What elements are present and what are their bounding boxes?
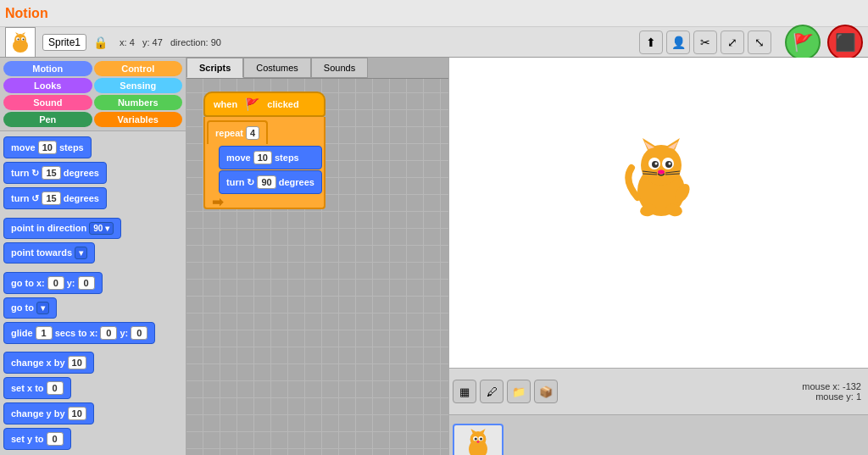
cat-looks[interactable]: Looks	[3, 78, 92, 93]
nav-bar: Notion	[0, 0, 868, 27]
cat-pen[interactable]: Pen	[3, 112, 92, 127]
cat-sound[interactable]: Sound	[3, 95, 92, 110]
person-tool[interactable]: 👤	[666, 31, 690, 54]
cat-variables[interactable]: Variables	[94, 112, 183, 127]
sprite-thumbnail	[5, 27, 36, 58]
scratch-brand: Notion	[5, 6, 48, 21]
svg-point-9	[641, 145, 682, 186]
svg-point-19	[669, 163, 671, 165]
block-turn-cw[interactable]: turn ↻ 15 degrees	[3, 162, 107, 184]
category-grid: Motion Control Looks Sensing Sound Numbe…	[0, 58, 186, 131]
cat-numbers[interactable]: Numbers	[94, 95, 183, 110]
sprite-coords: x: 4 y: 47 direction: 90	[120, 37, 221, 47]
cat-control[interactable]: Control	[94, 61, 183, 76]
editor-tabs: Scripts Costumes Sounds	[186, 58, 448, 79]
svg-point-29	[470, 431, 487, 447]
svg-point-34	[475, 437, 477, 440]
stage-toolbar: ▦ 🖊 📁 📦	[453, 380, 558, 403]
block-goto-xy[interactable]: go to x: 0 y: 0	[3, 272, 103, 294]
lock-icon: 🔒	[93, 36, 108, 49]
stage-panel: ▦ 🖊 📁 📦 mouse x: -132 mouse y: 1	[449, 58, 868, 455]
cat-motion[interactable]: Motion	[3, 61, 92, 76]
blocks-panel: Motion Control Looks Sensing Sound Numbe…	[0, 58, 186, 455]
block-move-steps[interactable]: move 10 steps	[3, 136, 92, 158]
svg-point-35	[480, 437, 482, 440]
svg-point-36	[476, 441, 479, 442]
mouse-x: mouse x: -132	[802, 381, 861, 391]
block-glide[interactable]: glide 1 secs to x: 0 y: 0	[3, 322, 155, 344]
stage	[449, 58, 868, 368]
script-turn-block[interactable]: turn ↻ 90 degrees	[219, 170, 322, 194]
block-point-direction[interactable]: point in direction 90 ▾	[3, 218, 121, 239]
expand-tool[interactable]: ⤢	[721, 31, 744, 54]
mouse-coords: mouse x: -132 mouse y: 1	[802, 381, 865, 402]
script-event-block[interactable]: when 🚩 clicked	[203, 92, 326, 117]
top-bar: Sprite1 🔒 x: 4 y: 47 direction: 90 ⬆ 👤 ✂…	[0, 27, 868, 58]
stage-paint-btn[interactable]: 🖊	[480, 380, 504, 403]
script-group: when 🚩 clicked repeat 4 move 10 steps	[203, 92, 326, 209]
script-repeat-block[interactable]: repeat 4	[207, 120, 268, 144]
block-set-x[interactable]: set x to 0	[3, 377, 71, 399]
block-set-y[interactable]: set y to 0	[3, 428, 71, 450]
mouse-y: mouse y: 1	[802, 391, 861, 402]
editor-panel: Scripts Costumes Sounds when 🚩 clicked r…	[186, 58, 449, 455]
sprite-tray: Sprite1	[449, 414, 868, 455]
scissors-tool[interactable]: ✂	[693, 31, 717, 54]
block-turn-ccw[interactable]: turn ↺ 15 degrees	[3, 187, 107, 209]
main-area: Motion Control Looks Sensing Sound Numbe…	[0, 58, 868, 455]
svg-point-1	[14, 34, 26, 46]
sprite-name-field[interactable]: Sprite1	[42, 34, 86, 51]
svg-point-20	[658, 170, 665, 175]
block-point-towards[interactable]: point towards ▾	[3, 242, 95, 264]
green-flag-button[interactable]: 🚩	[785, 25, 821, 60]
tab-sounds[interactable]: Sounds	[311, 58, 368, 78]
stage-bottom: ▦ 🖊 📁 📦 mouse x: -132 mouse y: 1	[449, 368, 868, 414]
stage-upload-btn[interactable]: 📦	[534, 380, 558, 403]
cat-sprite	[619, 125, 704, 227]
script-move-block[interactable]: move 10 steps	[219, 146, 322, 169]
stage-layout-btn[interactable]: ▦	[453, 380, 476, 403]
script-canvas: when 🚩 clicked repeat 4 move 10 steps	[186, 79, 448, 455]
tab-costumes[interactable]: Costumes	[243, 58, 311, 78]
block-change-y[interactable]: change y by 10	[3, 402, 94, 424]
svg-point-4	[18, 38, 19, 40]
blocks-list: move 10 steps turn ↻ 15 degrees turn ↺ 1…	[0, 131, 186, 455]
shrink-tool[interactable]: ⤡	[748, 31, 771, 54]
sprite-thumb-sprite1[interactable]: Sprite1	[453, 424, 504, 456]
toolbar-icons: ⬆ 👤 ✂ ⤢ ⤡	[639, 31, 771, 54]
stage-folder-btn[interactable]: 📁	[507, 380, 531, 403]
svg-point-18	[655, 163, 658, 165]
cursor-tool[interactable]: ⬆	[639, 31, 663, 54]
block-goto[interactable]: go to ▾	[3, 297, 57, 319]
stop-button[interactable]: ⬛	[827, 25, 863, 60]
tab-scripts[interactable]: Scripts	[186, 58, 243, 78]
block-change-x[interactable]: change x by 10	[3, 352, 94, 374]
svg-point-5	[23, 38, 25, 40]
cat-sensing[interactable]: Sensing	[94, 78, 183, 93]
